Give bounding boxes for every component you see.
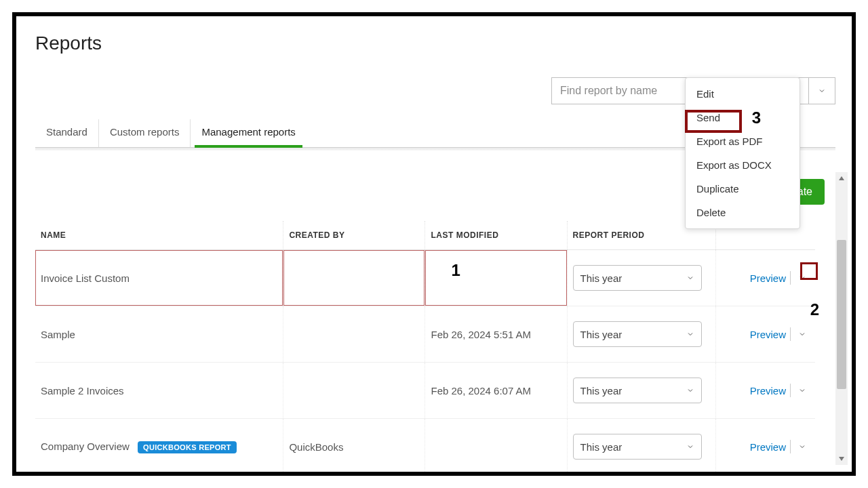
reports-table-wrap: NAME CREATED BY LAST MODIFIED REPORT PER… <box>35 221 835 475</box>
chevron-down-icon <box>798 330 806 338</box>
tab-custom-reports[interactable]: Custom reports <box>98 119 191 147</box>
actions-separator <box>790 327 791 341</box>
row-actions-dropdown[interactable] <box>795 383 810 398</box>
actions-separator <box>790 440 791 453</box>
cell-period: This year <box>567 250 716 306</box>
row-actions-dropdown[interactable] <box>795 327 810 342</box>
chevron-down-icon <box>686 443 694 451</box>
table-row: Sample Feb 26, 2024 5:51 AM This year <box>35 306 815 363</box>
cell-name-text: Company Overview <box>41 441 130 452</box>
preview-link[interactable]: Preview <box>750 441 786 453</box>
menu-item-duplicate[interactable]: Duplicate <box>686 177 800 201</box>
table-row: Invoice List Custom 1 This year <box>35 250 815 306</box>
tab-standard[interactable]: Standard <box>35 119 98 147</box>
annotation-1: 1 <box>451 261 460 280</box>
cell-actions: Preview <box>716 363 815 419</box>
cell-period: This year <box>567 419 716 475</box>
cell-actions: Preview <box>716 419 815 475</box>
chevron-down-icon <box>686 274 694 282</box>
preview-link[interactable]: Preview <box>750 329 786 340</box>
menu-item-edit[interactable]: Edit <box>686 82 800 106</box>
table-row: Company Overview QUICKBOOKS REPORT Quick… <box>35 419 815 475</box>
chevron-down-icon <box>686 386 694 394</box>
scroll-thumb[interactable] <box>837 240 846 389</box>
cell-period: This year <box>567 363 716 419</box>
tab-management-reports[interactable]: Management reports <box>190 119 306 147</box>
search-dropdown-button[interactable] <box>808 77 835 104</box>
scroll-up-icon[interactable] <box>835 172 848 184</box>
header-search-row: Edit Send Export as PDF Export as DOCX D… <box>35 77 835 104</box>
cell-last-modified <box>425 419 567 475</box>
cell-name: Invoice List Custom <box>35 250 283 306</box>
cell-actions: Preview 2 <box>716 250 815 306</box>
chevron-down-icon <box>686 330 694 338</box>
cell-created-by <box>283 306 425 363</box>
preview-link[interactable]: Preview <box>750 385 786 396</box>
cell-name: Sample 2 Invoices <box>35 363 283 419</box>
cell-actions: Preview <box>716 306 815 363</box>
cell-created-by <box>283 363 425 419</box>
cell-name: Sample <box>35 306 283 363</box>
period-value: This year <box>580 441 623 453</box>
col-name: NAME <box>35 221 283 250</box>
chevron-down-icon <box>798 443 806 451</box>
period-select[interactable]: This year <box>573 321 702 347</box>
chevron-down-icon <box>798 274 806 282</box>
cell-last-modified: 1 <box>425 250 567 306</box>
col-created-by: CREATED BY <box>283 221 425 250</box>
chevron-down-icon <box>798 386 806 394</box>
period-select[interactable]: This year <box>573 265 702 291</box>
cell-created-by <box>283 250 425 306</box>
period-value: This year <box>580 272 623 284</box>
cell-created-by: QuickBooks <box>283 419 425 475</box>
period-select[interactable]: This year <box>573 378 702 403</box>
cell-last-modified: Feb 26, 2024 6:07 AM <box>425 363 567 419</box>
cell-last-modified: Feb 26, 2024 5:51 AM <box>425 306 567 363</box>
menu-item-export-docx[interactable]: Export as DOCX <box>686 153 800 177</box>
menu-item-export-pdf[interactable]: Export as PDF <box>686 129 800 153</box>
menu-item-send[interactable]: Send <box>686 106 800 129</box>
chevron-down-icon <box>818 87 826 95</box>
vertical-scrollbar[interactable] <box>835 172 848 465</box>
row-actions-dropdown[interactable] <box>795 270 810 285</box>
period-value: This year <box>580 329 623 340</box>
cell-period: This year <box>567 306 716 363</box>
actions-separator <box>790 384 791 397</box>
actions-separator <box>790 271 791 285</box>
table-row: Sample 2 Invoices Feb 26, 2024 6:07 AM T… <box>35 363 815 419</box>
menu-item-delete[interactable]: Delete <box>686 201 800 224</box>
period-value: This year <box>580 385 623 396</box>
page-title: Reports <box>35 33 835 54</box>
period-select[interactable]: This year <box>573 434 702 460</box>
reports-table: NAME CREATED BY LAST MODIFIED REPORT PER… <box>35 221 815 475</box>
scroll-down-icon[interactable] <box>835 453 848 465</box>
preview-link[interactable]: Preview <box>750 272 786 284</box>
row-actions-menu: Edit Send Export as PDF Export as DOCX D… <box>685 77 800 229</box>
quickbooks-badge: QUICKBOOKS REPORT <box>138 441 237 453</box>
row-actions-dropdown[interactable] <box>795 439 810 454</box>
col-last-modified: LAST MODIFIED <box>425 221 567 250</box>
cell-name: Company Overview QUICKBOOKS REPORT <box>35 419 283 475</box>
